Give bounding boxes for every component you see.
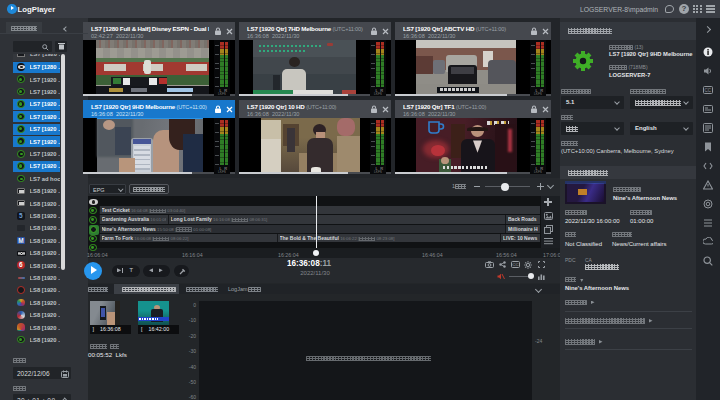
svg-text:CC: CC xyxy=(512,262,518,267)
svg-text:CC: CC xyxy=(705,88,712,93)
